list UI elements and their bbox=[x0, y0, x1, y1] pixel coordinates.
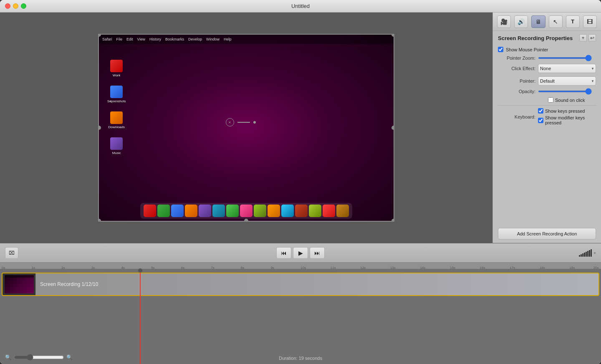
keyboard-label: Keyboard: bbox=[498, 114, 535, 119]
menu-file: File bbox=[116, 37, 123, 41]
show-modifier-keys-checkbox[interactable] bbox=[538, 118, 543, 123]
volume-bars bbox=[579, 249, 592, 257]
back-property-button[interactable]: ↩ bbox=[588, 34, 596, 42]
screen-preview: Safari File Edit View History Bookmarks … bbox=[98, 34, 394, 222]
ruler-18s: 18s bbox=[540, 266, 545, 270]
pointer-zoom-slider[interactable] bbox=[538, 57, 592, 59]
thumb-bar bbox=[5, 275, 34, 278]
playhead[interactable] bbox=[140, 269, 141, 364]
video-area: Safari File Edit View History Bookmarks … bbox=[0, 13, 492, 243]
circle-target: ✕ bbox=[226, 118, 256, 126]
dock-item-5 bbox=[199, 205, 211, 217]
desktop-icons: Work Screenshots Downloads Music bbox=[107, 60, 126, 155]
playback-controls: ⏮ ▶ ⏭ bbox=[276, 247, 325, 259]
click-effect-select[interactable]: None Circle Square bbox=[538, 64, 596, 73]
playback-toolbar: ⌧ ⏮ ▶ ⏭ bbox=[0, 243, 601, 263]
text-icon: T bbox=[571, 18, 574, 25]
ruler-1s: 1s bbox=[32, 266, 35, 270]
show-keys-pressed-label: Show keys pressed bbox=[545, 109, 585, 114]
zoom-out-icon: 🔍 bbox=[5, 354, 11, 360]
dock-item-13 bbox=[309, 205, 321, 217]
volume-max-dot: ● bbox=[593, 250, 596, 255]
bottom-area: ⌧ ⏮ ▶ ⏭ bbox=[0, 243, 601, 364]
traffic-lights bbox=[5, 3, 26, 9]
vol-bar-5 bbox=[586, 252, 587, 257]
playhead-handle[interactable] bbox=[138, 268, 142, 273]
opacity-slider[interactable] bbox=[538, 91, 592, 92]
resize-handle-right[interactable] bbox=[391, 126, 394, 130]
desktop-icon-downloads: Downloads bbox=[107, 111, 126, 129]
show-mouse-pointer-checkbox[interactable] bbox=[498, 47, 503, 52]
ruler-9s: 9s bbox=[270, 266, 274, 270]
timeline-tracks: Screen Recording 1/12/10 🔍 🔍 Duration: 1… bbox=[0, 269, 601, 364]
ruler-4s: 4s bbox=[121, 266, 124, 270]
show-modifier-keys-label: Show modifier keys pressed bbox=[545, 115, 596, 125]
crop-button[interactable]: ⌧ bbox=[5, 247, 18, 259]
pointer-tool-button[interactable]: ↖ bbox=[549, 15, 563, 28]
ruler-0s: 0s bbox=[2, 266, 5, 270]
forward-button[interactable]: ⏭ bbox=[310, 247, 325, 259]
pointer-row: Pointer: Default Custom bbox=[498, 76, 596, 86]
minimize-button[interactable] bbox=[13, 3, 18, 9]
show-mouse-pointer-label: Show Mouse Pointer bbox=[506, 47, 548, 52]
ruler-12s: 12s bbox=[360, 266, 366, 270]
show-mouse-pointer-row: Show Mouse Pointer bbox=[498, 47, 596, 52]
cursor-indicator: ↖ bbox=[109, 99, 113, 104]
thumb-preview bbox=[5, 275, 34, 293]
dock-item-12 bbox=[295, 205, 308, 217]
rewind-button[interactable]: ⏮ bbox=[276, 247, 291, 259]
text-tool-button[interactable]: T bbox=[566, 15, 580, 28]
vol-bar-4 bbox=[584, 253, 585, 257]
resize-handle-top-right[interactable] bbox=[391, 34, 394, 37]
pointer-select[interactable]: Default Custom bbox=[538, 76, 596, 86]
ruler-7s: 7s bbox=[211, 266, 214, 270]
click-effect-select-wrapper: None Circle Square bbox=[538, 64, 596, 73]
title-bar: Untitled bbox=[0, 0, 601, 13]
panel-toolbar: 🎥 🔊 🖥 ↖ T 🎞 bbox=[493, 13, 601, 31]
menu-edit: Edit bbox=[126, 37, 133, 41]
add-screen-recording-action-button[interactable]: Add Screen Recording Action bbox=[498, 228, 596, 240]
zoom-control: 🔍 🔍 bbox=[5, 354, 73, 361]
track-thumbnail bbox=[3, 273, 36, 295]
duration-label: Duration: 19 seconds bbox=[279, 356, 322, 361]
crop-icon: ⌧ bbox=[9, 250, 15, 256]
play-button[interactable]: ▶ bbox=[293, 247, 308, 259]
zoom-slider[interactable] bbox=[14, 354, 64, 361]
add-property-button[interactable]: + bbox=[579, 34, 587, 42]
panel-title-actions: + ↩ bbox=[579, 34, 596, 42]
resize-handle-bottom-left[interactable] bbox=[98, 219, 101, 222]
divider bbox=[498, 105, 596, 106]
pointer-zoom-row: Pointer Zoom: 100 % bbox=[498, 56, 596, 61]
opacity-label: Opacity: bbox=[498, 89, 535, 94]
ruler-17s: 17s bbox=[510, 266, 515, 270]
rewind-icon: ⏮ bbox=[281, 250, 287, 256]
sound-on-click-checkbox[interactable] bbox=[548, 97, 553, 103]
track-item[interactable]: Screen Recording 1/12/10 bbox=[2, 273, 599, 296]
camera-icon: 🎥 bbox=[500, 18, 508, 25]
add-action-label: Add Screen Recording Action bbox=[517, 231, 577, 236]
ruler-15s: 15s bbox=[450, 266, 455, 270]
screen-tool-button[interactable]: 🖥 bbox=[531, 15, 545, 28]
menu-window: Window bbox=[206, 37, 220, 41]
resize-handle-bottom-center[interactable] bbox=[244, 219, 248, 222]
resize-handle-bottom-right[interactable] bbox=[391, 219, 394, 222]
ruler-6s: 6s bbox=[181, 266, 184, 270]
ruler-2s: 2s bbox=[61, 266, 65, 270]
close-button[interactable] bbox=[5, 3, 10, 9]
downloads-label: Downloads bbox=[108, 125, 125, 129]
dock-item-15 bbox=[336, 205, 349, 217]
dock-item-2 bbox=[157, 205, 170, 217]
camera-tool-button[interactable]: 🎥 bbox=[497, 15, 511, 28]
media-tool-button[interactable]: 🎞 bbox=[583, 15, 597, 28]
music-label: Music bbox=[112, 151, 121, 155]
show-keys-pressed-checkbox[interactable] bbox=[538, 108, 543, 114]
sound-on-click-label: Sound on click bbox=[555, 98, 585, 103]
ruler-10s: 10s bbox=[300, 266, 306, 270]
media-icon: 🎞 bbox=[587, 18, 593, 25]
properties-section: Show Mouse Pointer Pointer Zoom: 100 % C… bbox=[493, 43, 601, 225]
dock-item-1 bbox=[144, 205, 156, 217]
zoom-in-icon: 🔍 bbox=[66, 354, 73, 360]
timeline-ruler: 0s 1s 2s 3s 4s 5s 6s 7s 8s 9s 10s 11s 12… bbox=[0, 263, 601, 269]
maximize-button[interactable] bbox=[21, 3, 26, 9]
audio-tool-button[interactable]: 🔊 bbox=[514, 15, 528, 28]
